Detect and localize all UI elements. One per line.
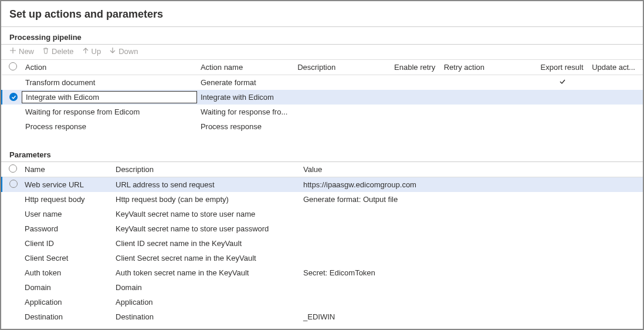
param-name-cell[interactable]: Password [21,221,112,236]
export-result-cell[interactable] [537,119,589,134]
param-value-cell[interactable]: _EDIWIN [300,309,643,324]
action-name-cell[interactable]: Process response [197,119,294,134]
param-name-cell[interactable]: Domain [21,280,112,295]
param-name-cell[interactable]: User name [21,207,112,221]
row-selector[interactable] [2,207,21,221]
new-label: New [19,47,34,56]
row-selector[interactable] [2,75,22,90]
table-row[interactable]: Process responseProcess response [2,119,643,134]
action-cell[interactable]: Integrate with Edicom [22,90,197,105]
action-cell[interactable]: Waiting for response from Edicom [22,105,197,119]
table-row[interactable]: Transform documentGenerate format [2,75,643,90]
param-value-cell[interactable]: Secret: EdicomToken [300,265,643,280]
table-row[interactable]: Web service URLURL address to send reque… [2,177,643,192]
param-value-cell[interactable]: Generate format: Output file [300,192,643,207]
export-result-cell[interactable] [537,75,589,90]
arrow-up-icon [82,47,89,56]
export-result-cell[interactable] [537,90,589,105]
row-selector[interactable] [2,236,21,251]
delete-label: Delete [52,47,74,56]
col-export-result[interactable]: Export result [537,60,589,75]
action-name-cell[interactable]: Generate format [197,75,294,90]
row-selector[interactable] [2,177,21,192]
trash-icon [42,47,49,56]
param-name-cell[interactable]: Http request body [21,192,112,207]
col-description[interactable]: Description [112,162,300,177]
param-value-cell[interactable] [300,251,643,265]
param-desc-cell: KeyVault secret name to store user passw… [112,221,300,236]
param-name-cell[interactable]: Application [21,295,112,309]
action-input[interactable]: Integrate with Edicom [22,91,197,103]
plus-icon [9,47,16,56]
param-desc-cell: Auth token secret name in the KeyVault [112,265,300,280]
row-selector[interactable] [2,105,22,119]
actions-grid: Action Action name Description Enable re… [1,60,643,134]
table-row[interactable]: Client SecretClient Secret secret name i… [2,251,643,265]
param-desc-cell: Domain [112,280,300,295]
row-selector[interactable] [2,251,21,265]
param-value-cell[interactable] [300,221,643,236]
row-selector[interactable] [2,280,21,295]
param-name-cell[interactable]: Destination [21,309,112,324]
table-row[interactable]: User nameKeyVault secret name to store u… [2,207,643,221]
up-label: Up [91,47,101,56]
param-desc-cell: KeyVault secret name to store user name [112,207,300,221]
param-name-cell[interactable]: Auth token [21,265,112,280]
row-selector[interactable] [2,192,21,207]
parameters-section-title: Parameters [1,144,643,161]
select-all-radio[interactable] [2,60,22,75]
table-row[interactable]: Http request bodyHttp request body (can … [2,192,643,207]
action-cell[interactable]: Transform document [22,75,197,90]
param-value-cell[interactable]: https://ipaasgw.edicomgroup.com [300,177,643,192]
export-result-cell[interactable] [537,105,589,119]
table-row[interactable]: DomainDomain [2,280,643,295]
down-label: Down [118,47,138,56]
row-selector[interactable] [2,221,21,236]
col-description[interactable]: Description [294,60,391,75]
action-cell[interactable]: Process response [22,119,197,134]
table-row[interactable]: Client IDClient ID secret name in the Ke… [2,236,643,251]
row-selector[interactable] [2,265,21,280]
table-row[interactable]: Auth tokenAuth token secret name in the … [2,265,643,280]
col-enable-retry[interactable]: Enable retry [391,60,440,75]
delete-button[interactable]: Delete [42,47,74,56]
table-row[interactable]: DestinationDestination_EDIWIN [2,309,643,324]
new-button[interactable]: New [9,47,34,56]
param-desc-cell: Client Secret secret name in the KeyVaul… [112,251,300,265]
up-button[interactable]: Up [82,47,101,56]
table-row[interactable]: PasswordKeyVault secret name to store us… [2,221,643,236]
row-selector[interactable] [2,309,21,324]
param-value-cell[interactable] [300,236,643,251]
param-desc-cell: URL address to send request [112,177,300,192]
param-name-cell[interactable]: Client Secret [21,251,112,265]
pipeline-section-title: Processing pipeline [1,27,643,44]
col-retry-action[interactable]: Retry action [440,60,537,75]
param-name-cell[interactable]: Web service URL [21,177,112,192]
action-name-cell[interactable]: Integrate with Edicom [197,90,294,105]
col-action-name[interactable]: Action name [197,60,294,75]
select-all-radio[interactable] [2,162,21,177]
param-value-cell[interactable] [300,295,643,309]
down-button[interactable]: Down [109,47,138,56]
param-desc-cell: Application [112,295,300,309]
row-selector[interactable] [2,90,22,105]
param-desc-cell: Destination [112,309,300,324]
arrow-down-icon [109,47,116,56]
table-row[interactable]: ApplicationApplication [2,295,643,309]
col-update-act[interactable]: Update act... [588,60,643,75]
parameters-grid: Name Description Value Web service URLUR… [1,162,643,324]
row-selector[interactable] [2,295,21,309]
page-title: Set up actions and parameters [1,1,643,26]
col-action[interactable]: Action [22,60,197,75]
row-selector[interactable] [2,119,22,134]
param-value-cell[interactable] [300,280,643,295]
toolbar: New Delete Up Down [1,45,643,60]
param-value-cell[interactable] [300,207,643,221]
param-desc-cell: Http request body (can be empty) [112,192,300,207]
action-name-cell[interactable]: Waiting for response fro... [197,105,294,119]
table-row[interactable]: Integrate with EdicomIntegrate with Edic… [2,90,643,105]
col-value[interactable]: Value [300,162,643,177]
table-row[interactable]: Waiting for response from EdicomWaiting … [2,105,643,119]
param-name-cell[interactable]: Client ID [21,236,112,251]
col-name[interactable]: Name [21,162,112,177]
